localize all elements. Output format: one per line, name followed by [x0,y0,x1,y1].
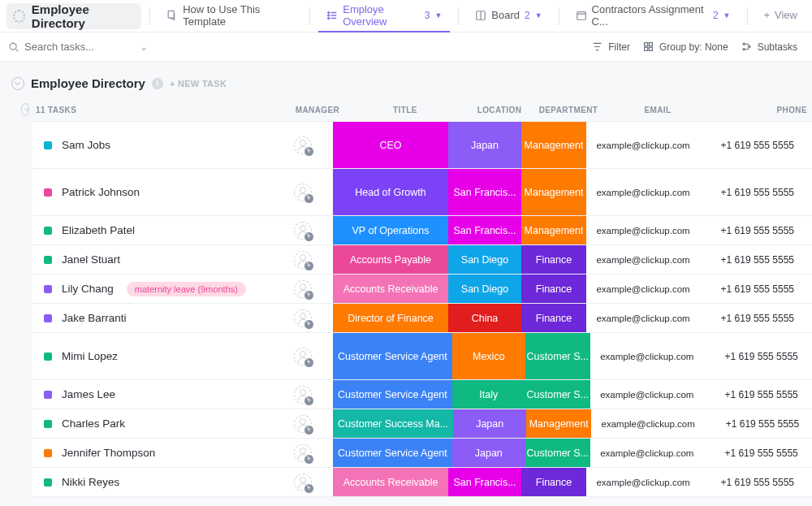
cell-email[interactable]: example@clickup.com [590,380,704,409]
col-email[interactable]: EMAIL [601,106,715,115]
tab-contractors-calendar[interactable]: Contractors Assignment C... 2 ▼ [568,0,739,32]
cell-manager[interactable]: + [273,409,333,438]
cell-manager[interactable]: + [273,439,333,467]
cell-email[interactable]: example@clickup.com [586,245,700,274]
cell-manager[interactable]: + [273,245,333,274]
table-row[interactable]: Jennifer Thompson + Customer Service Age… [32,439,812,468]
assignee-placeholder-icon[interactable]: + [294,280,312,298]
col-department[interactable]: DEPARTMENT [536,106,601,115]
status-dot[interactable] [44,227,52,235]
cell-location[interactable]: Mexico [452,333,525,379]
assignee-placeholder-icon[interactable]: + [294,444,312,462]
table-row[interactable]: Charles Park + Customer Success Ma... Ja… [32,409,812,439]
assignee-placeholder-icon[interactable]: + [294,474,312,491]
col-title[interactable]: TITLE [348,106,463,115]
cell-department[interactable]: Management [521,216,586,244]
cell-title[interactable]: Accounts Receivable [333,275,448,303]
cell-department[interactable]: Management [521,169,586,215]
cell-name[interactable]: Mimi Lopez [32,333,273,379]
cell-phone[interactable]: +1 619 555 5555 [700,216,797,244]
cell-email[interactable]: example@clickup.com [586,304,700,332]
info-icon[interactable]: i [152,78,163,89]
tag-pill[interactable]: maternity leave (9months) [127,282,246,296]
tab-how-to-use[interactable]: How to Use This Template [158,0,301,32]
cell-manager[interactable]: + [273,122,333,168]
cell-name[interactable]: Patrick Johnson [32,169,273,215]
cell-name[interactable]: James Lee [32,380,273,409]
status-dot[interactable] [44,256,52,264]
group-by-button[interactable]: Group by: None [637,37,735,57]
filter-button[interactable]: Filter [585,37,637,57]
cell-name[interactable]: Jennifer Thompson [32,439,273,467]
cell-department[interactable]: Finance [521,275,586,303]
assignee-placeholder-icon[interactable]: + [294,136,312,154]
cell-title[interactable]: CEO [333,122,448,168]
search-input[interactable] [24,41,130,53]
status-dot[interactable] [44,141,52,149]
cell-manager[interactable]: + [273,380,333,409]
select-all-toggle[interactable] [21,103,29,116]
subtasks-button[interactable]: Subtasks [735,37,804,57]
cell-name[interactable]: Nikki Reyes [32,468,273,496]
cell-department[interactable]: Management [526,409,591,438]
status-dot[interactable] [44,285,52,293]
cell-email[interactable]: example@clickup.com [586,169,700,215]
col-phone[interactable]: PHONE [715,106,812,115]
chevron-down-icon[interactable]: ⌄ [140,41,148,53]
status-dot[interactable] [44,188,52,197]
cell-department[interactable]: Finance [521,468,586,496]
table-row[interactable]: James Lee + Customer Service Agent Italy… [32,380,812,409]
status-dot[interactable] [44,314,52,322]
collapse-toggle[interactable] [11,77,24,90]
col-location[interactable]: LOCATION [463,106,536,115]
cell-location[interactable]: San Francis... [448,468,521,496]
assignee-placeholder-icon[interactable]: + [294,222,312,240]
cell-title[interactable]: Director of Finance [333,304,448,332]
assignee-placeholder-icon[interactable]: + [294,348,312,365]
cell-manager[interactable]: + [273,275,333,303]
cell-title[interactable]: Customer Success Ma... [333,409,453,438]
cell-name[interactable]: Elizabeth Patel [32,216,273,244]
cell-title[interactable]: Accounts Receivable [333,468,448,496]
cell-email[interactable]: example@clickup.com [586,275,700,303]
assignee-placeholder-icon[interactable]: + [294,415,312,433]
cell-manager[interactable]: + [273,216,333,244]
status-dot[interactable] [44,391,52,399]
table-row[interactable]: Nikki Reyes + Accounts Receivable San Fr… [32,468,812,497]
cell-phone[interactable]: +1 619 555 5555 [700,304,797,332]
tab-employee-overview[interactable]: Employe Overview 3 ▼ [318,0,450,32]
cell-name[interactable]: Charles Park [32,409,273,438]
cell-phone[interactable]: +1 619 555 5555 [700,468,797,496]
cell-title[interactable]: Accounts Payable [333,245,448,274]
status-dot[interactable] [44,449,52,457]
cell-title[interactable]: VP of Operations [333,216,448,244]
cell-department[interactable]: Finance [521,304,586,332]
table-row[interactable]: Elizabeth Patel + VP of Operations San F… [32,216,812,245]
cell-title[interactable]: Customer Service Agent [333,439,452,467]
new-task-button[interactable]: + NEW TASK [170,79,227,89]
cell-name[interactable]: Jake Barranti [32,304,273,332]
assignee-placeholder-icon[interactable]: + [294,386,312,404]
cell-department[interactable]: Customer S... [525,333,590,379]
cell-location[interactable]: San Francis... [448,169,521,215]
cell-location[interactable]: San Diego [448,275,521,303]
cell-manager[interactable]: + [273,468,333,496]
tab-board[interactable]: Board 2 ▼ [467,0,550,32]
cell-email[interactable]: example@clickup.com [590,333,704,379]
status-dot[interactable] [44,352,52,361]
search-wrap[interactable]: ⌄ [8,41,148,53]
cell-phone[interactable]: +1 619 555 5555 [700,275,797,303]
cell-name[interactable]: Sam Jobs [32,122,273,168]
table-row[interactable]: Janel Stuart + Accounts Payable San Dieg… [32,245,812,275]
cell-location[interactable]: San Francis... [448,216,521,244]
cell-manager[interactable]: + [273,169,333,215]
cell-phone[interactable]: +1 619 555 5555 [704,380,801,409]
cell-phone[interactable]: +1 619 555 5555 [704,333,801,379]
cell-location[interactable]: San Diego [448,245,521,274]
cell-email[interactable]: example@clickup.com [591,409,705,438]
cell-title[interactable]: Head of Growth [333,169,448,215]
cell-location[interactable]: China [448,304,521,332]
cell-email[interactable]: example@clickup.com [586,122,700,168]
cell-name[interactable]: Janel Stuart [32,245,273,274]
cell-department[interactable]: Customer S... [525,439,590,467]
